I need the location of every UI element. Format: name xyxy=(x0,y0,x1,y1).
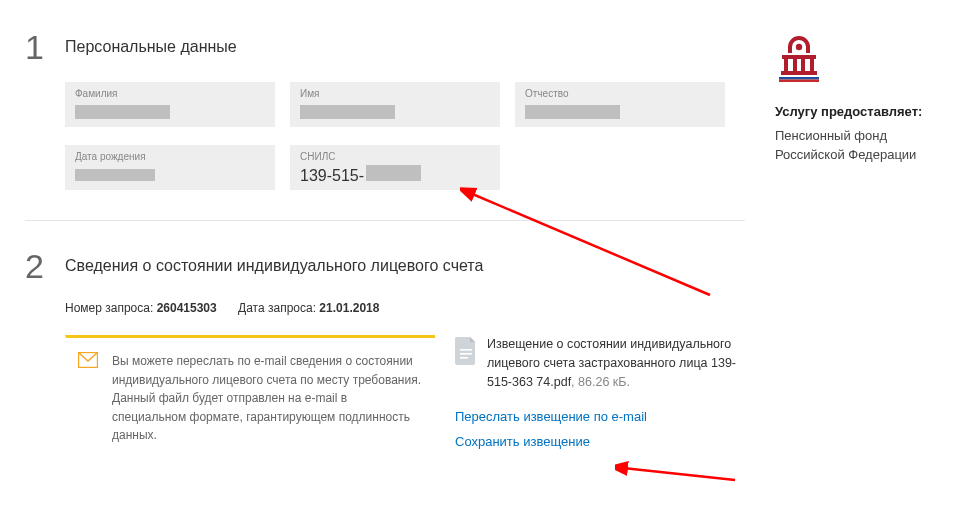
service-provider-name: Пенсионный фонд Российской Федерации xyxy=(775,127,930,165)
svg-rect-5 xyxy=(782,55,816,59)
mail-icon xyxy=(78,352,98,374)
patronymic-value-redacted xyxy=(525,105,620,119)
step-number-1: 1 xyxy=(25,30,65,64)
file-size: , 86.26 кБ. xyxy=(571,375,630,389)
svg-rect-9 xyxy=(810,59,814,71)
svg-point-4 xyxy=(796,44,802,50)
send-by-email-link[interactable]: Переслать извещение по e-mail xyxy=(455,409,745,424)
svg-rect-7 xyxy=(793,59,797,71)
svg-rect-10 xyxy=(781,71,817,75)
name-value-redacted xyxy=(300,105,395,119)
dob-label: Дата рождения xyxy=(75,151,265,162)
file-attachment: Извещение о состоянии индивидуального ли… xyxy=(455,335,745,391)
svg-rect-1 xyxy=(460,349,472,351)
dob-field: Дата рождения xyxy=(65,145,275,190)
email-info-box: Вы можете переслать по e-mail сведения о… xyxy=(65,335,435,459)
save-notice-link[interactable]: Сохранить извещение xyxy=(455,434,745,449)
surname-field: Фамилия xyxy=(65,82,275,127)
document-icon xyxy=(455,337,477,369)
step-number-2: 2 xyxy=(25,249,65,283)
service-provider-heading: Услугу предоставляет: xyxy=(775,104,930,119)
patronymic-field: Отчество xyxy=(515,82,725,127)
name-field: Имя xyxy=(290,82,500,127)
pfr-logo-icon xyxy=(775,32,930,86)
request-info-line: Номер запроса: 260415303 Дата запроса: 2… xyxy=(65,301,745,315)
email-info-text: Вы можете переслать по e-mail сведения о… xyxy=(112,354,421,442)
section-1-header: 1 Персональные данные xyxy=(25,30,745,64)
snils-prefix: 139-515- xyxy=(300,167,364,184)
surname-label: Фамилия xyxy=(75,88,265,99)
step-title-1: Персональные данные xyxy=(65,30,237,56)
section-2-header: 2 Сведения о состоянии индивидуального л… xyxy=(25,249,745,283)
svg-rect-13 xyxy=(779,77,819,80)
svg-rect-3 xyxy=(460,357,468,359)
snils-suffix-redacted xyxy=(366,165,421,181)
svg-rect-14 xyxy=(779,80,819,83)
name-label: Имя xyxy=(300,88,490,99)
svg-rect-2 xyxy=(460,353,472,355)
dob-value-redacted xyxy=(75,169,155,181)
snils-value: 139-515- xyxy=(300,167,421,184)
request-number-label: Номер запроса: xyxy=(65,301,153,315)
snils-field: СНИЛС 139-515- xyxy=(290,145,500,190)
request-number: 260415303 xyxy=(157,301,217,315)
patronymic-label: Отчество xyxy=(525,88,715,99)
section-divider xyxy=(25,220,745,221)
surname-value-redacted xyxy=(75,105,170,119)
request-date-label: Дата запроса: xyxy=(238,301,316,315)
step-title-2: Сведения о состоянии индивидуального лиц… xyxy=(65,249,483,275)
snils-label: СНИЛС xyxy=(300,151,490,162)
svg-rect-6 xyxy=(784,59,788,71)
svg-rect-8 xyxy=(801,59,805,71)
request-date: 21.01.2018 xyxy=(319,301,379,315)
svg-rect-12 xyxy=(779,75,819,77)
